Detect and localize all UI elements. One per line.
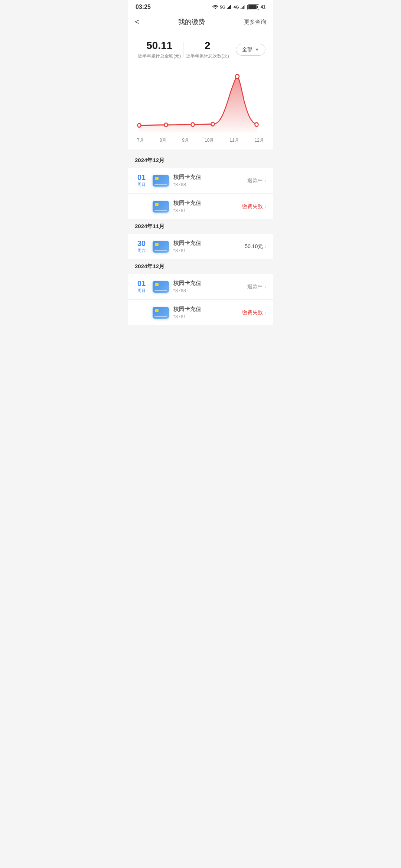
svg-point-12 [211,122,215,126]
icon-col [153,307,169,319]
card-chip [155,283,159,286]
signal-icon-2 [241,5,246,9]
date-weekday: 周六 [135,248,148,253]
info-col: 校园卡充值*8768 [173,174,243,187]
status-icons: 5G 4G 41 [212,4,265,10]
transactions-root: 2024年12月01周日校园卡充值*8768退款中›校园卡充值*8761缴费失败… [128,153,273,325]
svg-point-10 [164,123,168,127]
tx-title: 校园卡充值 [173,306,238,313]
status-text: 缴费失败 [242,309,263,316]
status-col: 缴费失败› [242,309,266,316]
battery-icon [247,4,259,10]
filter-button[interactable]: 全部 ▼ [236,44,265,56]
svg-point-0 [215,8,216,9]
transaction-item[interactable]: 01周日校园卡充值*8768退款中› [128,168,273,194]
card-stripe [154,316,167,317]
icon-col [153,281,169,293]
chart-label-nov: 11月 [229,137,239,144]
chevron-right-icon: › [264,244,266,250]
card-icon [153,175,169,187]
signal-icon [227,5,232,9]
chart-container [134,69,267,136]
tx-subtitle: *8761 [173,248,240,253]
date-weekday: 周日 [135,182,148,187]
tx-subtitle: *8768 [173,288,243,293]
card-icon [153,241,169,253]
filter-label: 全部 [242,46,252,53]
chevron-down-icon: ▼ [255,47,259,52]
app-header: < 我的缴费 更多查询 [128,13,273,32]
status-time: 03:25 [136,4,151,10]
card-stripe [154,290,167,291]
transaction-list: 30周六校园卡充值*876150.10元› [128,234,273,259]
tx-subtitle: *8761 [173,314,238,319]
back-button[interactable]: < [135,17,140,27]
battery-percent: 41 [261,4,265,10]
transaction-list: 01周日校园卡充值*8768退款中›校园卡充值*8761缴费失败› [128,168,273,219]
info-col: 校园卡充值*8768 [173,280,243,293]
chart-labels: 7月 8月 9月 10月 11月 12月 [134,137,267,144]
card-chip [155,177,159,180]
total-amount-label: 近半年累计总金额(元) [136,53,183,59]
svg-point-9 [138,124,141,127]
status-text: 退款中 [247,177,263,184]
svg-point-13 [235,75,239,79]
battery-fill [248,5,257,9]
svg-rect-4 [230,5,231,9]
tx-title: 校园卡充值 [173,200,238,207]
transaction-item[interactable]: 校园卡充值*8761缴费失败› [128,300,273,325]
svg-rect-5 [241,8,242,9]
date-day: 30 [135,240,148,247]
chart-section: 7月 8月 9月 10月 11月 12月 [128,65,273,149]
card-icon [153,307,169,319]
transaction-item[interactable]: 01周日校园卡充值*8768退款中› [128,274,273,300]
date-day: 01 [135,280,148,287]
card-chip [155,203,159,206]
wifi-icon [212,5,218,9]
status-col: 退款中› [247,283,266,290]
card-stripe [154,250,167,251]
info-col: 校园卡充值*8761 [173,240,240,253]
chart-label-aug: 8月 [160,137,167,144]
date-col: 01周日 [135,280,148,293]
icon-col [153,175,169,187]
svg-point-11 [191,123,195,126]
more-query-button[interactable]: 更多查询 [244,19,266,26]
total-count-value: 2 [184,40,232,52]
stats-section: 50.11 近半年累计总金额(元) 2 近半年累计总次数(次) 全部 ▼ [128,32,273,65]
tx-title: 校园卡充值 [173,280,243,287]
svg-rect-6 [242,7,243,9]
transaction-item[interactable]: 校园卡充值*8761缴费失败› [128,194,273,219]
total-count-label: 近半年累计总次数(次) [184,53,232,59]
chevron-right-icon: › [264,204,266,210]
status-bar: 03:25 5G 4G 41 [128,0,273,13]
card-stripe [154,184,167,185]
icon-col [153,201,169,213]
card-chip [155,309,159,312]
status-col: 50.10元› [245,243,266,250]
chart-label-jul: 7月 [137,137,144,144]
icon-col [153,241,169,253]
status-text: 50.10元 [245,243,263,250]
svg-rect-8 [244,5,245,9]
page-title: 我的缴费 [178,17,205,26]
tx-subtitle: *8761 [173,208,238,213]
date-col: 01周日 [135,174,148,187]
svg-rect-2 [228,7,229,9]
date-day: 01 [135,174,148,181]
svg-point-14 [255,123,258,126]
card-stripe [154,210,167,211]
transaction-item[interactable]: 30周六校园卡充值*876150.10元› [128,234,273,259]
date-weekday: 周日 [135,288,148,293]
total-count-stat: 2 近半年累计总次数(次) [184,40,232,59]
status-col: 缴费失败› [242,203,266,210]
tx-title: 校园卡充值 [173,240,240,247]
chart-label-dec: 12月 [255,137,264,144]
info-col: 校园卡充值*8761 [173,200,238,213]
chevron-right-icon: › [264,310,266,316]
svg-rect-1 [227,8,228,9]
transaction-list: 01周日校园卡充值*8768退款中›校园卡充值*8761缴费失败› [128,274,273,325]
date-col: 30周六 [135,240,148,253]
chevron-right-icon: › [264,178,266,184]
chart-label-sep: 9月 [182,137,189,144]
